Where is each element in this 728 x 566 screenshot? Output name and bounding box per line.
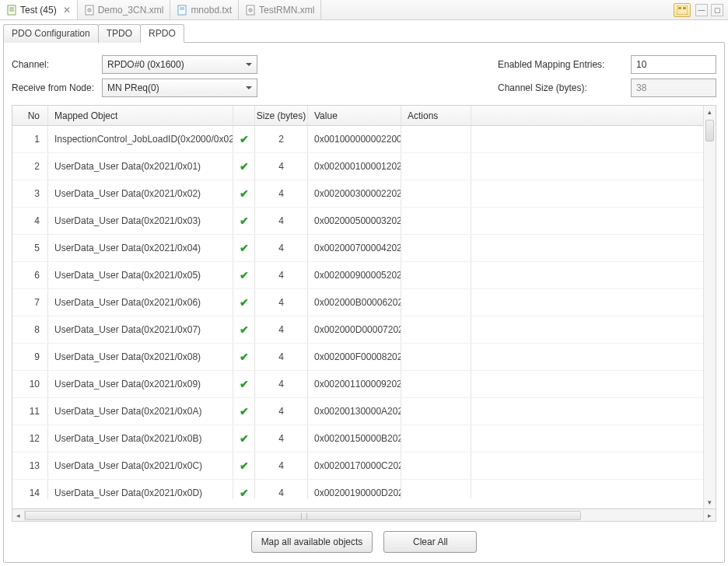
cell-no: 13 [12,452,48,479]
scroll-left-button[interactable]: ◂ [12,510,25,521]
table-row[interactable]: 12UserData_User Data(0x2021/0x0B)✔40x002… [12,425,716,452]
cell-status: ✔ [233,235,255,261]
cell-size: 4 [255,425,308,452]
col-actions[interactable]: Actions [401,106,471,125]
cell-mapped-object: UserData_User Data(0x2021/0x09) [48,371,233,397]
rpdo-panel: Channel: RPDO#0 (0x1600) Enabled Mapping… [3,42,725,563]
editor-tab[interactable]: mnobd.txt [170,0,239,19]
table-row[interactable]: 4UserData_User Data(0x2021/0x03)✔40x0020… [12,208,716,235]
cell-no: 11 [12,398,48,424]
table-row[interactable]: 11UserData_User Data(0x2021/0x0A)✔40x002… [12,398,716,425]
enabled-entries-input[interactable]: 10 [631,55,716,74]
cell-no: 7 [12,289,48,316]
cell-actions [401,235,471,261]
scroll-right-button[interactable]: ▸ [703,510,716,521]
tab-rpdo[interactable]: RPDO [140,24,184,43]
vertical-scrollbar[interactable]: ▴ ▾ [703,106,716,508]
cell-status: ✔ [233,180,255,207]
col-spacer [471,106,716,125]
channel-size-input: 38 [631,79,716,97]
cell-status: ✔ [233,126,255,152]
cell-value: 0x002000D000072021 [308,316,401,343]
config-tab-bar: PDO Configuration TPDO RPDO [3,23,725,42]
scroll-thumb-horizontal[interactable] [25,511,581,520]
scroll-down-button[interactable]: ▾ [704,496,716,508]
cell-status: ✔ [233,398,255,424]
scroll-thumb-vertical[interactable] [705,120,714,142]
check-icon: ✔ [240,487,249,499]
table-row[interactable]: 7UserData_User Data(0x2021/0x06)✔40x0020… [12,289,716,316]
editor-tab-label: Demo_3CN.xml [98,5,164,16]
col-mapped-object[interactable]: Mapped Object [48,106,233,125]
table-row[interactable]: 13UserData_User Data(0x2021/0x0C)✔40x002… [12,452,716,480]
cell-status: ✔ [233,208,255,234]
cell-no: 14 [12,480,48,499]
svg-rect-7 [178,5,186,15]
channel-value: RPDO#0 (0x1600) [107,59,184,70]
file-icon [6,5,17,16]
table-row[interactable]: 14UserData_User Data(0x2021/0x0D)✔40x002… [12,480,716,499]
check-icon: ✔ [240,296,249,309]
cell-spacer [471,316,716,343]
table-row[interactable]: 9UserData_User Data(0x2021/0x08)✔40x0020… [12,344,716,371]
table-row[interactable]: 8UserData_User Data(0x2021/0x07)✔40x0020… [12,316,716,344]
table-row[interactable]: 6UserData_User Data(0x2021/0x05)✔40x0020… [12,262,716,289]
cell-spacer [471,425,716,452]
cell-status: ✔ [233,153,255,180]
table-body: 1InspectionControl_JobLoadID(0x2000/0x02… [12,126,716,499]
table-row[interactable]: 3UserData_User Data(0x2021/0x02)✔40x0020… [12,180,716,208]
cell-mapped-object: UserData_User Data(0x2021/0x04) [48,235,233,261]
check-icon: ✔ [240,459,249,472]
cell-spacer [471,153,716,180]
cell-spacer [471,208,716,234]
horizontal-scrollbar[interactable]: ◂ ▸ [12,509,716,522]
close-icon[interactable]: ✕ [63,5,71,16]
cell-spacer [471,126,716,152]
cell-no: 6 [12,262,48,288]
check-icon: ✔ [240,269,249,281]
cell-no: 9 [12,344,48,370]
table-row[interactable]: 10UserData_User Data(0x2021/0x09)✔40x002… [12,371,716,398]
cell-size: 4 [255,262,308,288]
check-icon: ✔ [240,432,249,445]
cell-value: 0x002000B000062021 [308,289,401,316]
col-size[interactable]: Size (bytes) [255,106,308,125]
cell-size: 4 [255,208,308,234]
cell-mapped-object: UserData_User Data(0x2021/0x07) [48,316,233,343]
cell-actions [401,344,471,370]
minimize-button[interactable]: — [695,4,708,16]
cell-size: 4 [255,235,308,261]
tab-tpdo[interactable]: TPDO [98,24,141,43]
cell-no: 5 [12,235,48,261]
col-status[interactable] [233,106,255,125]
channel-combo[interactable]: RPDO#0 (0x1600) [102,55,257,74]
table-row[interactable]: 2UserData_User Data(0x2021/0x01)✔40x0020… [12,153,716,180]
receive-from-combo[interactable]: MN PReq(0) [102,79,257,97]
table-row[interactable]: 1InspectionControl_JobLoadID(0x2000/0x02… [12,126,716,153]
editor-tab[interactable]: Demo_3CN.xml [78,0,171,19]
cell-size: 4 [255,180,308,207]
maximize-button[interactable]: ▢ [711,4,723,16]
cell-mapped-object: UserData_User Data(0x2021/0x01) [48,153,233,180]
tab-pdo-configuration[interactable]: PDO Configuration [3,24,99,43]
table-row[interactable]: 5UserData_User Data(0x2021/0x04)✔40x0020… [12,235,716,262]
cell-mapped-object: UserData_User Data(0x2021/0x0D) [48,480,233,499]
editor-tab[interactable]: Test (45)✕ [0,0,78,19]
col-value[interactable]: Value [308,106,401,125]
cell-mapped-object: UserData_User Data(0x2021/0x08) [48,344,233,370]
clear-all-button[interactable]: Clear All [383,531,477,553]
cell-spacer [471,289,716,316]
scroll-up-button[interactable]: ▴ [704,106,716,118]
editor-tab-label: TestRMN.xml [259,5,314,16]
cell-no: 4 [12,208,48,234]
editor-tab[interactable]: TestRMN.xml [239,0,321,19]
cell-status: ✔ [233,316,255,343]
col-no[interactable]: No [12,106,48,125]
scroll-track-horizontal[interactable] [25,510,703,521]
map-all-button[interactable]: Map all available objects [251,531,373,553]
cell-mapped-object: UserData_User Data(0x2021/0x05) [48,262,233,288]
svg-point-12 [250,9,251,11]
receive-from-label: Receive from Node: [12,82,97,93]
check-icon: ✔ [240,323,249,336]
view-toolbar-button[interactable] [674,3,691,17]
